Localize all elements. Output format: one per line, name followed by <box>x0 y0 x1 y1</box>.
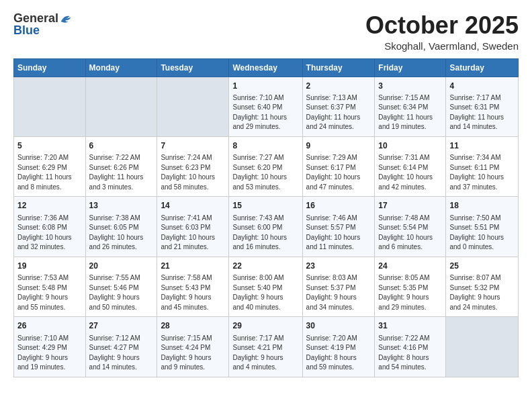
day-cell: 18Sunrise: 7:50 AMSunset: 5:51 PMDayligh… <box>446 197 519 257</box>
day-info-line: Sunset: 6:40 PM <box>232 103 298 113</box>
day-info-line: and 19 minutes. <box>17 363 82 373</box>
day-cell: 22Sunrise: 8:00 AMSunset: 5:40 PMDayligh… <box>229 257 302 316</box>
day-number: 1 <box>232 81 298 92</box>
day-info-line: Daylight: 9 hours <box>17 293 82 303</box>
day-info-line: Sunrise: 7:50 AM <box>449 214 515 224</box>
day-info-line: Daylight: 9 hours <box>232 353 298 363</box>
day-info-line: and 45 minutes. <box>161 303 225 313</box>
day-number: 4 <box>449 81 515 92</box>
day-info-line: Sunset: 4:19 PM <box>306 343 371 353</box>
day-number: 5 <box>17 140 82 152</box>
day-cell: 19Sunrise: 7:53 AMSunset: 5:48 PMDayligh… <box>14 257 86 316</box>
day-info-line: Daylight: 9 hours <box>89 293 154 303</box>
day-info-line: and 47 minutes. <box>306 183 371 193</box>
day-info-line: and 40 minutes. <box>232 303 298 313</box>
day-info-line: Sunrise: 7:10 AM <box>17 334 82 344</box>
day-info-line: Sunset: 6:37 PM <box>306 103 371 113</box>
day-number: 27 <box>89 320 154 332</box>
day-info-line: Sunrise: 7:12 AM <box>89 334 154 344</box>
day-info-line: Daylight: 9 hours <box>161 293 225 303</box>
day-cell <box>14 77 86 136</box>
month-title: October 2025 <box>365 12 519 39</box>
day-number: 6 <box>89 140 154 152</box>
day-info-line: Daylight: 10 hours <box>17 233 82 243</box>
day-info-line: Daylight: 11 hours <box>449 113 515 123</box>
day-number: 29 <box>232 320 298 332</box>
day-info-line: Sunset: 6:14 PM <box>378 163 442 173</box>
day-info-line: Daylight: 10 hours <box>378 233 442 243</box>
day-cell: 29Sunrise: 7:17 AMSunset: 4:21 PMDayligh… <box>229 317 302 377</box>
col-header-saturday: Saturday <box>446 58 519 77</box>
day-info-line: Sunrise: 7:15 AM <box>161 334 225 344</box>
day-number: 24 <box>378 261 442 272</box>
day-info-line: Sunset: 6:00 PM <box>232 223 298 233</box>
day-info-line: Sunset: 5:54 PM <box>378 223 442 233</box>
day-info-line: Daylight: 10 hours <box>161 173 225 183</box>
day-info-line: and 29 minutes. <box>378 303 442 313</box>
day-info-line: Sunset: 5:48 PM <box>17 283 82 293</box>
day-info-line: Sunset: 6:23 PM <box>161 163 225 173</box>
day-info-line: Daylight: 10 hours <box>449 173 515 183</box>
day-info-line: Sunset: 4:21 PM <box>232 343 298 353</box>
day-cell: 28Sunrise: 7:15 AMSunset: 4:24 PMDayligh… <box>157 317 229 377</box>
day-info-line: Sunrise: 7:34 AM <box>449 153 515 163</box>
day-info-line: Sunset: 6:03 PM <box>161 223 225 233</box>
day-info-line: Daylight: 9 hours <box>378 293 442 303</box>
week-row-2: 5Sunrise: 7:20 AMSunset: 6:29 PMDaylight… <box>14 136 519 196</box>
day-cell: 3Sunrise: 7:15 AMSunset: 6:34 PMDaylight… <box>375 77 446 136</box>
day-info-line: Daylight: 10 hours <box>378 173 442 183</box>
day-info-line: Sunrise: 8:05 AM <box>378 273 442 283</box>
day-info-line: Sunrise: 7:24 AM <box>161 153 225 163</box>
day-info-line: and 54 minutes. <box>378 363 442 373</box>
col-header-monday: Monday <box>85 58 157 77</box>
day-info-line: and 9 minutes. <box>161 363 225 373</box>
day-info-line: and 42 minutes. <box>378 183 442 193</box>
day-number: 21 <box>161 261 225 272</box>
day-info-line: Sunset: 5:32 PM <box>449 283 515 293</box>
day-number: 28 <box>161 320 225 332</box>
day-info-line: and 53 minutes. <box>232 183 298 193</box>
day-number: 13 <box>89 200 154 212</box>
day-cell: 11Sunrise: 7:34 AMSunset: 6:11 PMDayligh… <box>446 136 519 196</box>
day-number: 2 <box>306 81 371 92</box>
day-info-line: Sunset: 6:11 PM <box>449 163 515 173</box>
day-cell: 20Sunrise: 7:55 AMSunset: 5:46 PMDayligh… <box>85 257 157 316</box>
day-info-line: Daylight: 8 hours <box>378 353 442 363</box>
day-info-line: Sunrise: 7:43 AM <box>232 214 298 224</box>
day-info-line: and 58 minutes. <box>161 183 225 193</box>
day-info-line: Daylight: 9 hours <box>232 293 298 303</box>
day-info-line: and 6 minutes. <box>378 242 442 253</box>
day-number: 18 <box>449 200 515 212</box>
day-number: 7 <box>161 140 225 152</box>
day-info-line: Sunset: 6:34 PM <box>378 103 442 113</box>
day-info-line: and 19 minutes. <box>378 122 442 132</box>
day-number: 12 <box>17 200 82 212</box>
day-info-line: Sunset: 6:29 PM <box>17 163 82 173</box>
day-info-line: Daylight: 9 hours <box>17 353 82 363</box>
day-cell: 26Sunrise: 7:10 AMSunset: 4:29 PMDayligh… <box>14 317 86 377</box>
day-number: 15 <box>232 200 298 212</box>
logo: General Blue <box>13 12 72 38</box>
day-info-line: Sunset: 4:29 PM <box>17 343 82 353</box>
day-info-line: Sunset: 5:43 PM <box>161 283 225 293</box>
day-cell: 1Sunrise: 7:10 AMSunset: 6:40 PMDaylight… <box>229 77 302 136</box>
day-info-line: Sunset: 5:51 PM <box>449 223 515 233</box>
day-info-line: Sunrise: 7:22 AM <box>378 334 442 344</box>
day-info-line: and 55 minutes. <box>17 303 82 313</box>
day-info-line: and 4 minutes. <box>232 363 298 373</box>
day-info-line: Daylight: 8 hours <box>306 353 371 363</box>
day-info-line: Sunrise: 7:20 AM <box>306 334 371 344</box>
day-info-line: Sunrise: 7:38 AM <box>89 214 154 224</box>
day-cell: 10Sunrise: 7:31 AMSunset: 6:14 PMDayligh… <box>375 136 446 196</box>
day-info-line: Sunset: 6:17 PM <box>306 163 371 173</box>
day-info-line: Sunset: 5:57 PM <box>306 223 371 233</box>
day-info-line: and 24 minutes. <box>306 122 371 132</box>
day-info-line: Sunrise: 7:27 AM <box>232 153 298 163</box>
day-number: 30 <box>306 320 371 332</box>
col-header-thursday: Thursday <box>302 58 375 77</box>
day-info-line: and 14 minutes. <box>89 363 154 373</box>
day-info-line: Daylight: 10 hours <box>306 233 371 243</box>
day-info-line: and 14 minutes. <box>449 122 515 132</box>
day-number: 19 <box>17 261 82 272</box>
day-info-line: Daylight: 9 hours <box>161 353 225 363</box>
